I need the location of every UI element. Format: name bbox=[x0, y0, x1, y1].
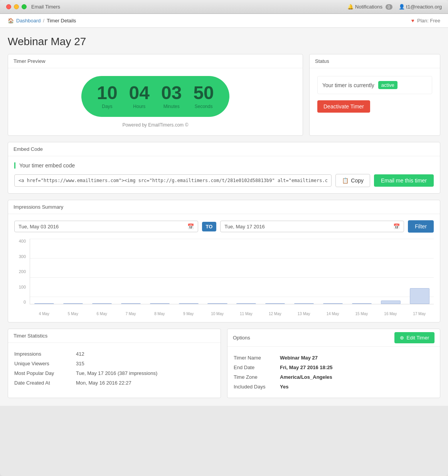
chart-y-labels: 400 300 200 100 0 bbox=[14, 239, 26, 304]
timer-seconds-label: Seconds bbox=[193, 104, 214, 109]
header-right: 🔔 Notifications 0 👤 t1@reaction.org bbox=[347, 4, 442, 10]
date-from-wrapper: 📅 bbox=[14, 221, 198, 232]
table-row: End DateFri, May 27 2016 18:25 bbox=[234, 363, 434, 372]
chart-bar bbox=[179, 303, 199, 304]
chart-area: 400 300 200 100 0 4 May5 May6 May7 May8 … bbox=[8, 239, 440, 322]
options-header: Options bbox=[233, 335, 250, 341]
status-header: Status bbox=[310, 54, 440, 68]
deactivate-button[interactable]: Deactivate Timer bbox=[317, 100, 370, 113]
embed-header: Embed Code bbox=[8, 142, 440, 156]
close-button[interactable] bbox=[6, 4, 11, 9]
date-to-wrapper: 📅 bbox=[220, 221, 404, 232]
stat-label: Most Popular Day bbox=[14, 368, 76, 378]
chart-x-label: 8 May bbox=[145, 312, 174, 316]
timer-seconds-value: 50 bbox=[193, 84, 214, 102]
chart-x-label: 10 May bbox=[203, 312, 232, 316]
notification-badge: 0 bbox=[386, 4, 392, 10]
calendar-from-icon[interactable]: 📅 bbox=[187, 223, 194, 230]
stat-label: Impressions bbox=[14, 349, 76, 359]
minimize-button[interactable] bbox=[14, 4, 19, 9]
chart-bar-wrap bbox=[348, 239, 376, 304]
chart-x-labels: 4 May5 May6 May7 May8 May9 May10 May11 M… bbox=[30, 312, 434, 316]
chart-bar bbox=[352, 303, 372, 304]
chart-y-300: 300 bbox=[14, 254, 26, 259]
heart-icon: ♥ bbox=[411, 18, 414, 24]
status-panel: Status Your timer is currently active De… bbox=[309, 54, 440, 136]
embed-code-input[interactable] bbox=[14, 174, 332, 187]
option-value: America/Los_Angeles bbox=[280, 372, 434, 382]
date-from-input[interactable] bbox=[19, 224, 187, 230]
chart-bar bbox=[410, 288, 429, 304]
chart-x-label: 14 May bbox=[318, 312, 347, 316]
breadcrumb-separator: / bbox=[43, 18, 45, 24]
option-label: Time Zone bbox=[234, 372, 280, 382]
stat-label: Date Created At bbox=[14, 378, 76, 388]
maximize-button[interactable] bbox=[22, 4, 27, 9]
chart-bar-wrap bbox=[232, 239, 260, 304]
page-title: Webinar May 27 bbox=[8, 35, 440, 48]
option-label: Timer Name bbox=[234, 353, 280, 363]
embed-panel: Embed Code Your timer embed code 📋 Copy … bbox=[8, 142, 440, 194]
notifications-link[interactable]: 🔔 Notifications 0 bbox=[347, 4, 392, 10]
chart-bar-wrap bbox=[261, 239, 289, 304]
chart-bar-wrap bbox=[30, 239, 58, 304]
timer-seconds: 50 Seconds bbox=[193, 84, 214, 109]
home-icon: 🏠 bbox=[8, 18, 14, 24]
table-row: Impressions412 bbox=[14, 349, 214, 359]
chart-x-label: 4 May bbox=[30, 312, 59, 316]
chart-y-400: 400 bbox=[14, 239, 26, 243]
timer-preview-panel: Timer Preview 10 Days 04 Hours 03 bbox=[8, 54, 303, 136]
stats-table: Impressions412Unique Viewers315Most Popu… bbox=[14, 349, 214, 388]
active-badge: active bbox=[378, 81, 397, 89]
chart-bars bbox=[30, 239, 434, 304]
chart-y-100: 100 bbox=[14, 285, 26, 289]
chart-bar-wrap bbox=[319, 239, 347, 304]
timer-minutes-value: 03 bbox=[161, 84, 182, 102]
chart-y-200: 200 bbox=[14, 269, 26, 274]
stats-panel: Timer Statistics Impressions412Unique Vi… bbox=[8, 329, 221, 398]
calendar-to-icon[interactable]: 📅 bbox=[393, 223, 400, 230]
plan-info: ♥ Plan: Free bbox=[411, 18, 440, 24]
filter-button[interactable]: Filter bbox=[408, 220, 434, 233]
dashboard-link[interactable]: Dashboard bbox=[16, 18, 41, 24]
filter-row: 📅 TO 📅 Filter bbox=[8, 214, 440, 239]
chart-bar bbox=[294, 303, 314, 304]
option-label: End Date bbox=[234, 363, 280, 372]
chart-x-label: 13 May bbox=[290, 312, 318, 316]
chart-bar-wrap bbox=[88, 239, 116, 304]
chart-bar bbox=[207, 303, 227, 304]
chart-bar bbox=[121, 303, 141, 304]
options-header-row: Options ⊕ Edit Timer bbox=[227, 329, 440, 347]
chart-bar bbox=[34, 303, 54, 304]
timer-minutes-label: Minutes bbox=[161, 104, 182, 109]
embed-row: 📋 Copy Email me this timer bbox=[14, 174, 434, 187]
timer-hours-label: Hours bbox=[129, 104, 150, 109]
table-row: Included DaysYes bbox=[234, 382, 434, 392]
chart-bar bbox=[92, 303, 112, 304]
stat-value: Mon, May 16 2016 22:27 bbox=[76, 378, 214, 388]
chart-bar bbox=[150, 303, 170, 304]
table-row: Date Created AtMon, May 16 2016 22:27 bbox=[14, 378, 214, 388]
status-row: Your timer is currently active bbox=[317, 76, 432, 94]
table-row: Timer NameWebinar May 27 bbox=[234, 353, 434, 363]
date-to-input[interactable] bbox=[224, 224, 393, 230]
chart-bar bbox=[265, 303, 285, 304]
stat-value: 315 bbox=[76, 359, 214, 368]
option-value: Fri, May 27 2016 18:25 bbox=[280, 363, 434, 372]
top-nav: 🏠 Dashboard / Timer Details ♥ Plan: Free bbox=[0, 14, 448, 28]
email-timer-button[interactable]: Email me this timer bbox=[374, 174, 434, 187]
edit-timer-button[interactable]: ⊕ Edit Timer bbox=[394, 332, 435, 343]
chart-bar-wrap bbox=[204, 239, 232, 304]
chart-x-label: 9 May bbox=[174, 312, 203, 316]
chart-x-label: 17 May bbox=[405, 312, 434, 316]
user-menu[interactable]: 👤 t1@reaction.org bbox=[399, 4, 442, 10]
stats-content: Impressions412Unique Viewers315Most Popu… bbox=[8, 343, 221, 394]
embed-content: Your timer embed code 📋 Copy Email me th… bbox=[8, 156, 440, 193]
chart-x-label: 6 May bbox=[88, 312, 116, 316]
stat-label: Unique Viewers bbox=[14, 359, 76, 368]
chart-x-label: 11 May bbox=[232, 312, 261, 316]
chart-x-label: 12 May bbox=[261, 312, 290, 316]
options-table: Timer NameWebinar May 27End DateFri, May… bbox=[234, 353, 434, 392]
embed-subtitle: Your timer embed code bbox=[14, 162, 434, 169]
copy-button[interactable]: 📋 Copy bbox=[335, 174, 370, 187]
